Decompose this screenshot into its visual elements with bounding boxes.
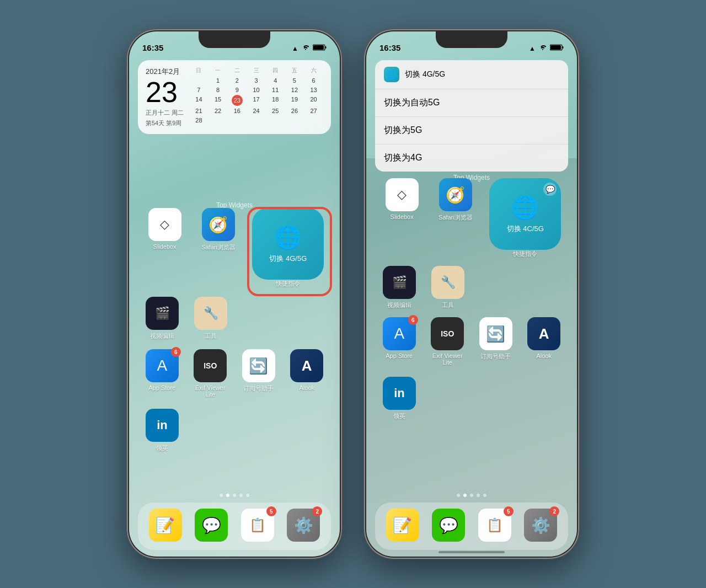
app-appstore[interactable]: A 6 App Store: [142, 349, 182, 398]
cal-grid: 日 一 二 三 四 五 六 123456 78910111213 1415231…: [189, 67, 323, 127]
settings-badge: 2: [312, 506, 322, 516]
shortcut-bubble: 💬: [543, 183, 557, 196]
cal-weekdays: 日 一 二 三 四 五 六: [189, 67, 323, 74]
dock: 📝 💬 📋 5 ⚙️ 2: [138, 503, 331, 550]
app-label-alook: Alook: [299, 384, 314, 391]
label-subscribe-r: 订阅号助手: [480, 352, 511, 361]
signal-right: ▲: [529, 45, 536, 52]
app-label-safari: Safari浏览器: [201, 243, 236, 252]
app-icon-safari[interactable]: 🧭: [202, 208, 235, 241]
svg-rect-5: [550, 45, 561, 50]
app-label-slidebox: Slidebox: [153, 243, 176, 250]
calendar-widget: 2021年2月 23 正月十二 周二 第54天 第9周 日 一 二 三 四 五 …: [138, 60, 331, 134]
popup-item-auto5g[interactable]: 切换为自动5G: [375, 89, 568, 117]
popup-menu[interactable]: 🌐 切换 4G/5G 切换为自动5G 切换为5G 切换为4G: [375, 60, 568, 172]
app-linkedin-r: in 领英: [379, 377, 419, 420]
app-subscribe[interactable]: 🔄 订阅号助手: [239, 349, 279, 398]
right-screen: 16:35 ▲ 🌐 切换 4G/5G 切换为自动5G 切换为5G 切换为4G: [366, 31, 577, 557]
icon-linkedin-r: in: [383, 377, 416, 410]
dot-r-3: [470, 494, 473, 497]
app-row-3-r: A 6 App Store ISO Exif Viewer Lite 🔄 订阅号…: [375, 317, 568, 366]
dock-settings-icon[interactable]: ⚙️ 2: [287, 509, 320, 542]
settings-badge-r: 2: [549, 506, 559, 516]
dock-notes-r: 📝: [383, 509, 422, 544]
cal-days: 123456 78910111213 14152317181920 212216…: [189, 76, 323, 125]
app-icon-alook[interactable]: A: [290, 349, 323, 382]
app-alook[interactable]: A Alook: [287, 349, 327, 398]
app-slidebox[interactable]: ◇ Slidebox: [145, 208, 185, 250]
notch: [199, 31, 270, 48]
dock-reminders-icon[interactable]: 📋 5: [241, 509, 274, 542]
label-appstore-r: App Store: [386, 352, 413, 359]
dot-3: [233, 494, 236, 497]
app-safari[interactable]: 🧭 Safari浏览器: [199, 208, 238, 252]
icon-video-r: 🎬: [383, 266, 416, 299]
signal-icon: ▲: [292, 45, 298, 52]
reminders-badge-r: 5: [504, 506, 514, 516]
app-tools[interactable]: 🔧 工具: [191, 297, 231, 340]
label-shortcut-r: 快捷指令: [513, 250, 537, 258]
page-dots: [129, 494, 340, 497]
app-icon-slidebox[interactable]: ◇: [148, 208, 181, 241]
time-display: 16:35: [142, 43, 163, 52]
dock-reminders[interactable]: 📋 5: [238, 509, 277, 544]
app-linkedin[interactable]: in 领英: [142, 409, 182, 452]
dock-notes-icon-r: 📝: [386, 509, 419, 542]
app-label-subscribe: 订阅号助手: [243, 384, 274, 393]
cal-month: 2021年2月: [146, 67, 184, 77]
dock-right: 📝 💬 📋 5 ⚙️ 2: [375, 503, 568, 550]
app-icon-tools[interactable]: 🔧: [194, 297, 227, 330]
app-label-tools: 工具: [205, 332, 217, 340]
app-label-linkedin: 领英: [156, 444, 168, 452]
cal-day: 23: [146, 78, 184, 106]
app-icon-exif[interactable]: ISO: [194, 349, 227, 382]
icon-slidebox-r: ◇: [386, 178, 419, 211]
dot-r-1: [457, 494, 460, 497]
dock-notes-icon[interactable]: 📝: [149, 509, 182, 542]
label-tools-r: 工具: [442, 301, 454, 309]
app-video-edit[interactable]: 🎬 视频编辑: [142, 297, 182, 340]
dock-wechat-icon[interactable]: 💬: [195, 509, 228, 542]
app-shortcut-r: 🌐 切换 4C/5G 💬 快捷指令: [489, 178, 561, 258]
svg-rect-1: [325, 46, 327, 49]
dock-settings[interactable]: ⚙️ 2: [284, 509, 323, 544]
shortcut-label-r: 切换 4C/5G: [507, 224, 544, 234]
app-tools-r: 🔧 工具: [428, 266, 468, 309]
dot-r-5: [483, 494, 486, 497]
dock-settings-icon-r: ⚙️ 2: [524, 509, 557, 542]
cal-left: 2021年2月 23 正月十二 周二 第54天 第9周: [146, 67, 184, 127]
svg-rect-4: [563, 46, 564, 49]
popup-item-4g[interactable]: 切换为4G: [375, 145, 568, 172]
dock-wechat[interactable]: 💬: [191, 509, 231, 544]
wifi-icon: [301, 44, 310, 52]
dock-wechat-icon-r: 💬: [432, 509, 465, 542]
appstore-badge: 6: [171, 347, 181, 357]
app-alook-r: A Alook: [524, 317, 564, 366]
app-icon-linkedin[interactable]: in: [146, 409, 179, 442]
time-right: 16:35: [379, 43, 400, 52]
app-label-appstore: App Store: [148, 384, 175, 391]
dot-1: [220, 494, 223, 497]
popup-item-5g[interactable]: 切换为5G: [375, 117, 568, 145]
app-icon-subscribe[interactable]: 🔄: [242, 349, 275, 382]
dot-r-2: [463, 494, 467, 497]
icon-safari-r: 🧭: [439, 178, 472, 211]
app-exif-r: ISO Exif Viewer Lite: [427, 317, 467, 366]
app-icon-video[interactable]: 🎬: [146, 297, 179, 330]
app-subscribe-r: 🔄 订阅号助手: [476, 317, 516, 366]
icon-appstore-r: A 6: [383, 317, 416, 350]
app-label-exif: Exif Viewer Lite: [190, 384, 230, 398]
app-icon-appstore[interactable]: A 6: [146, 349, 179, 382]
highlight-border: [247, 207, 332, 296]
dock-notes[interactable]: 📝: [146, 509, 185, 544]
app-exif[interactable]: ISO Exif Viewer Lite: [190, 349, 230, 398]
app-safari-r: 🧭 Safari浏览器: [436, 178, 475, 222]
status-icons: ▲: [292, 44, 327, 52]
status-icons-right: ▲: [529, 44, 564, 52]
app-label-video: 视频编辑: [150, 332, 174, 340]
left-phone: 16:35 ▲ 2021年2月 23 正月十二 周二 第54天 第9周: [127, 29, 342, 559]
shortcut-icon-r: 🌐 切换 4C/5G 💬: [489, 178, 561, 250]
battery-icon: [313, 44, 327, 52]
dock-wechat-r: 💬: [429, 509, 468, 544]
left-screen: 16:35 ▲ 2021年2月 23 正月十二 周二 第54天 第9周: [129, 31, 340, 557]
